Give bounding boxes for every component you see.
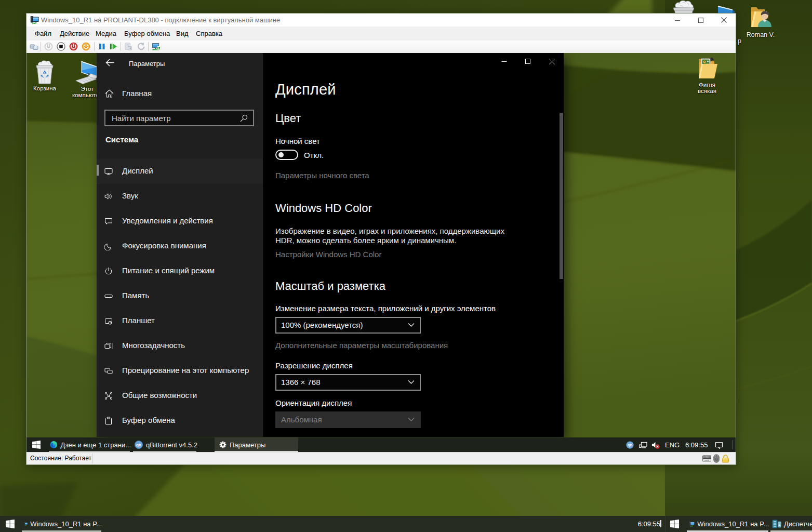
home-icon — [105, 89, 114, 98]
reset-vm-icon[interactable] — [109, 42, 118, 51]
host-computer-icon[interactable] — [716, 3, 736, 14]
toolbar-separator — [148, 42, 149, 51]
settings-close-button[interactable] — [540, 53, 564, 70]
tray-qbittorrent-icon[interactable]: qb — [626, 441, 634, 449]
power-sleep-icon — [104, 267, 113, 275]
scale-link[interactable]: Дополнительные параметры масштабирования — [275, 341, 448, 350]
tray-network-icon[interactable] — [639, 441, 648, 449]
back-icon[interactable] — [105, 59, 114, 66]
host-recycle-bin-icon[interactable] — [672, 0, 696, 14]
host2-taskbar-manager-button[interactable]: Диспетчер — [769, 516, 812, 532]
turn-off-vm-icon[interactable] — [57, 42, 65, 51]
show-desktop-divider[interactable] — [733, 440, 733, 449]
chevron-down-icon — [408, 380, 415, 384]
host-vm-button-label: Windows_10_R1 на P... — [30, 520, 102, 528]
vm-recycle-bin[interactable]: Корзина — [29, 60, 61, 91]
shutdown-vm-icon[interactable] — [69, 42, 78, 51]
chevron-down-icon — [408, 417, 415, 422]
settings-maximize-button[interactable] — [516, 53, 540, 70]
menu-view[interactable]: Вид — [176, 30, 189, 37]
resolution-dropdown[interactable]: 1366 × 768 — [275, 374, 421, 391]
vmconnect-maximize-button[interactable] — [689, 14, 712, 26]
host-start-button[interactable] — [0, 516, 20, 532]
sidebar-item-label: Буфер обмена — [122, 416, 175, 424]
vm-folder-label-line1: Фигня — [699, 82, 715, 88]
screen: Roman V. p Windows_10_R1 на PROLIANT-DL3… — [0, 0, 812, 532]
toolbar-separator — [121, 42, 121, 51]
vmconnect-menubar: Файл Действие Медиа Буфер обмена Вид Спр… — [26, 26, 736, 41]
qbittorrent-button-label: qBittorrent v4.5.2 — [146, 441, 197, 449]
qbittorrent-icon: qb — [135, 441, 143, 449]
menu-help[interactable]: Справка — [196, 30, 222, 37]
night-light-toggle[interactable] — [275, 150, 298, 160]
sidebar-item-clipboard[interactable]: Буфер обмена — [97, 408, 263, 433]
vm-taskbar-edge-button[interactable]: Дзен и еще 1 страни... — [47, 437, 131, 452]
sidebar-item-display[interactable]: Дисплей — [97, 159, 263, 184]
sidebar-item-home[interactable]: Главная — [97, 87, 263, 107]
start-vm-icon[interactable] — [44, 42, 53, 51]
orientation-value: Альбомная — [281, 415, 322, 424]
tray-clock[interactable]: 6:09:55 — [685, 441, 708, 449]
svg-text:qb: qb — [136, 443, 141, 447]
settings-scrollbar[interactable] — [560, 113, 563, 279]
menu-media[interactable]: Медиа — [96, 30, 116, 37]
night-light-link[interactable]: Параметры ночного света — [275, 171, 369, 180]
hdr-description-line2: HDR, можно сделать более ярким и динамич… — [275, 236, 456, 245]
statusbar-separator — [92, 454, 92, 463]
action-center-icon[interactable] — [715, 441, 723, 449]
vm-folder[interactable]: Фигнявсякая — [691, 56, 723, 94]
settings-search-box[interactable]: Найти параметр — [104, 110, 254, 126]
sidebar-item-projecting[interactable]: Проецирование на этот компьютер — [97, 358, 263, 383]
windows-start-icon — [6, 520, 15, 528]
sidebar-item-label: Планшет — [122, 316, 155, 325]
menu-clipboard[interactable]: Буфер обмена — [124, 30, 170, 37]
scale-heading: Масштаб и разметка — [275, 280, 385, 293]
host2-taskbar-vm-button[interactable]: Windows_10_R1 на P... — [686, 516, 769, 532]
windows-start-icon — [670, 520, 679, 528]
menu-action[interactable]: Действие — [60, 30, 89, 37]
sidebar-item-label: Фокусировка внимания — [122, 241, 206, 250]
sidebar-item-tablet[interactable]: Планшет — [97, 309, 263, 334]
pause-vm-icon[interactable] — [98, 42, 107, 51]
settings-window-title: Параметры — [129, 60, 165, 68]
scale-label: Изменение размера текста, приложений и д… — [275, 304, 496, 313]
revert-icon[interactable] — [137, 42, 145, 51]
save-vm-icon[interactable] — [82, 42, 90, 51]
hdr-description-line1: Изображение в видео, играх и приложениях… — [275, 227, 504, 235]
sidebar-item-shared-experiences[interactable]: Общие возможности — [97, 383, 263, 408]
sidebar-item-multitasking[interactable]: Многозадачность — [97, 334, 263, 358]
vmconnect-close-button[interactable] — [712, 14, 736, 26]
sidebar-item-notifications[interactable]: Уведомления и действия — [97, 209, 263, 234]
host-roman-folder[interactable]: Roman V. — [744, 4, 777, 38]
menu-file[interactable]: Файл — [35, 30, 51, 37]
roman-folder-icon — [749, 4, 772, 30]
sidebar-item-sound[interactable]: Звук — [97, 184, 263, 209]
notifications-icon — [104, 217, 113, 225]
tray-volume-muted-icon[interactable] — [651, 441, 660, 449]
hdr-link[interactable]: Настройки Windows HD Color — [275, 250, 381, 259]
host-taskbar-vm-button[interactable]: Windows_10_R1 на P... — [21, 516, 102, 532]
ctrl-alt-del-icon[interactable] — [30, 42, 38, 51]
settings-minimize-button[interactable] — [492, 53, 516, 70]
settings-window: Параметры Главная Найти параметр — [97, 53, 564, 437]
sidebar-item-storage[interactable]: Память — [97, 284, 263, 309]
enhanced-session-icon[interactable] — [152, 42, 161, 51]
sidebar-item-label: Дисплей — [122, 166, 153, 175]
vm-taskbar-qbittorrent-button[interactable]: qb qBittorrent v4.5.2 — [132, 437, 197, 452]
sidebar-item-power-sleep[interactable]: Питание и спящий режим — [97, 259, 263, 284]
search-icon[interactable] — [240, 114, 248, 122]
tray-language[interactable]: ENG — [665, 441, 680, 449]
scale-dropdown[interactable]: 100% (рекомендуется) — [275, 317, 421, 334]
vm-start-button[interactable] — [26, 437, 46, 452]
host2-start-button[interactable] — [667, 516, 683, 532]
toolbar-separator — [41, 42, 41, 51]
projecting-icon — [104, 367, 113, 375]
host2-vm-button-label: Windows_10_R1 на P... — [697, 520, 769, 528]
host-tray-clock[interactable]: 6:09:55 — [616, 520, 660, 528]
checkpoint-icon[interactable] — [124, 42, 133, 51]
vmconnect-minimize-button[interactable] — [665, 14, 689, 26]
minimize-icon — [674, 17, 681, 23]
vm-taskbar-settings-button[interactable]: Параметры — [215, 437, 298, 452]
vmconnect-titlebar[interactable]: Windows_10_R1 на PROLIANT-DL380 - подклю… — [26, 14, 736, 26]
sidebar-item-focus-assist[interactable]: Фокусировка внимания — [97, 234, 263, 259]
